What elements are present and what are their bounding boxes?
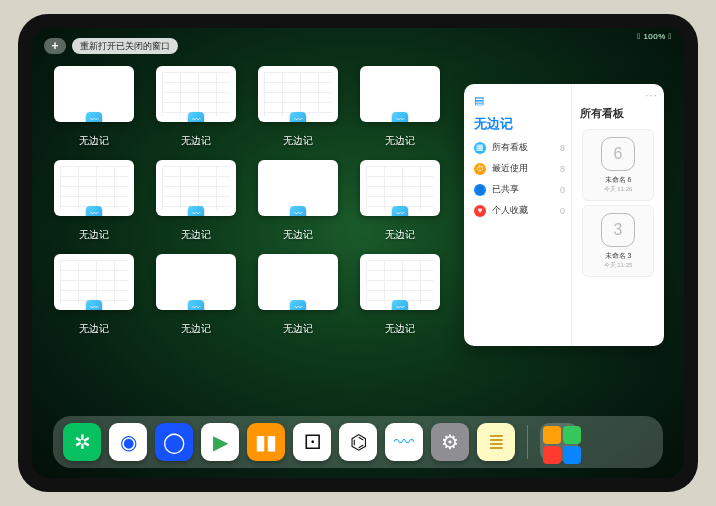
category-count: 0 xyxy=(560,206,565,216)
category-label: 已共享 xyxy=(492,183,519,196)
freeform-icon: 〰 xyxy=(290,112,306,122)
window-label: 无边记 xyxy=(283,134,313,148)
window-label: 无边记 xyxy=(181,228,211,242)
dock-app-wechat[interactable]: ✲ xyxy=(63,423,101,461)
dock-app-quark[interactable]: ◯ xyxy=(155,423,193,461)
window-preview: 〰 xyxy=(258,254,338,310)
window-label: 无边记 xyxy=(385,134,415,148)
category-label: 最近使用 xyxy=(492,162,528,175)
window-label: 无边记 xyxy=(181,322,211,336)
window-label: 无边记 xyxy=(283,228,313,242)
panel-left: ▤ 无边记 ▦所有看板8⏱最近使用8👤已共享0♥个人收藏0 xyxy=(464,84,572,346)
window-thumbnail[interactable]: 〰无边记 xyxy=(258,160,338,242)
window-thumbnail[interactable]: 〰无边记 xyxy=(54,254,134,336)
category-row[interactable]: 👤已共享0 xyxy=(474,183,565,196)
window-label: 无边记 xyxy=(283,322,313,336)
board-thumbnail[interactable]: 3未命名 3今天 11:25 xyxy=(582,205,654,277)
dock-separator xyxy=(527,425,528,459)
board-time: 今天 11:26 xyxy=(604,185,633,194)
reopen-closed-window-button[interactable]: 重新打开已关闭的窗口 xyxy=(72,38,178,54)
category-row[interactable]: ▦所有看板8 xyxy=(474,141,565,154)
window-preview: 〰 xyxy=(258,160,338,216)
panel-right-title: 所有看板 xyxy=(580,106,656,121)
top-bar: + 重新打开已关闭的窗口 xyxy=(44,38,178,54)
category-count: 8 xyxy=(560,164,565,174)
window-label: 无边记 xyxy=(79,322,109,336)
recent-app-icon xyxy=(563,426,581,444)
window-thumbnail[interactable]: 〰无边记 xyxy=(258,254,338,336)
window-thumbnail[interactable]: 〰无边记 xyxy=(156,254,236,336)
window-preview: 〰 xyxy=(54,66,134,122)
freeform-icon: 〰 xyxy=(86,112,102,122)
dock-app-quark-hd[interactable]: ◉ xyxy=(109,423,147,461)
window-label: 无边记 xyxy=(79,228,109,242)
freeform-icon: 〰 xyxy=(188,112,204,122)
window-thumbnail[interactable]: 〰无边记 xyxy=(156,66,236,148)
panel-right: ··· 所有看板 6未命名 6今天 11:263未命名 3今天 11:25 xyxy=(572,84,664,346)
category-label: 所有看板 xyxy=(492,141,528,154)
window-label: 无边记 xyxy=(385,322,415,336)
dock-app-notes[interactable]: ≣ xyxy=(477,423,515,461)
freeform-icon: 〰 xyxy=(86,300,102,310)
window-preview: 〰 xyxy=(54,160,134,216)
category-icon: ⏱ xyxy=(474,163,486,175)
category-count: 8 xyxy=(560,143,565,153)
window-thumbnail[interactable]: 〰无边记 xyxy=(258,66,338,148)
freeform-icon: 〰 xyxy=(392,206,408,216)
board-sketch: 3 xyxy=(601,213,635,247)
window-preview: 〰 xyxy=(360,66,440,122)
freeform-icon: 〰 xyxy=(392,300,408,310)
category-icon: ♥ xyxy=(474,205,486,217)
board-sketch: 6 xyxy=(601,137,635,171)
category-row[interactable]: ⏱最近使用8 xyxy=(474,162,565,175)
add-window-button[interactable]: + xyxy=(44,38,66,54)
dock-app-settings[interactable]: ⚙ xyxy=(431,423,469,461)
window-thumbnail[interactable]: 〰无边记 xyxy=(360,254,440,336)
ipad-frame: 􀙇 100% 􀛨 + 重新打开已关闭的窗口 〰无边记〰无边记〰无边记〰无边记〰无… xyxy=(18,14,698,492)
dock: ✲◉◯▶▮▮⚀⌬〰⚙≣ xyxy=(53,416,663,468)
dock-app-nodes[interactable]: ⌬ xyxy=(339,423,377,461)
board-name: 未命名 3 xyxy=(605,251,632,261)
window-label: 无边记 xyxy=(181,134,211,148)
dock-app-books[interactable]: ▮▮ xyxy=(247,423,285,461)
more-icon[interactable]: ··· xyxy=(645,88,658,102)
window-thumbnail[interactable]: 〰无边记 xyxy=(54,160,134,242)
recent-app-icon xyxy=(543,426,561,444)
window-thumbnail[interactable]: 〰无边记 xyxy=(360,66,440,148)
category-icon: 👤 xyxy=(474,184,486,196)
window-thumbnail[interactable]: 〰无边记 xyxy=(360,160,440,242)
window-preview: 〰 xyxy=(54,254,134,310)
window-thumbnail[interactable]: 〰无边记 xyxy=(54,66,134,148)
board-thumbnail[interactable]: 6未命名 6今天 11:26 xyxy=(582,129,654,201)
window-preview: 〰 xyxy=(156,160,236,216)
freeform-icon: 〰 xyxy=(188,300,204,310)
window-preview: 〰 xyxy=(360,254,440,310)
panel-app-title: 无边记 xyxy=(474,115,565,133)
freeform-sidebar-panel[interactable]: ▤ 无边记 ▦所有看板8⏱最近使用8👤已共享0♥个人收藏0 ··· 所有看板 6… xyxy=(464,84,664,346)
window-grid: 〰无边记〰无边记〰无边记〰无边记〰无边记〰无边记〰无边记〰无边记〰无边记〰无边记… xyxy=(54,66,454,336)
board-name: 未命名 6 xyxy=(605,175,632,185)
freeform-icon: 〰 xyxy=(86,206,102,216)
category-count: 0 xyxy=(560,185,565,195)
category-icon: ▦ xyxy=(474,142,486,154)
freeform-icon: 〰 xyxy=(290,206,306,216)
window-preview: 〰 xyxy=(156,66,236,122)
dock-app-freeform[interactable]: 〰 xyxy=(385,423,423,461)
dock-app-library[interactable] xyxy=(540,423,578,461)
dock-recents-group[interactable] xyxy=(540,423,578,461)
window-preview: 〰 xyxy=(360,160,440,216)
window-label: 无边记 xyxy=(79,134,109,148)
recent-app-icon xyxy=(543,446,561,464)
sidebar-toggle-icon[interactable]: ▤ xyxy=(474,94,565,107)
window-preview: 〰 xyxy=(156,254,236,310)
dock-app-play[interactable]: ▶ xyxy=(201,423,239,461)
category-label: 个人收藏 xyxy=(492,204,528,217)
freeform-icon: 〰 xyxy=(290,300,306,310)
board-time: 今天 11:25 xyxy=(604,261,633,270)
window-label: 无边记 xyxy=(385,228,415,242)
window-thumbnail[interactable]: 〰无边记 xyxy=(156,160,236,242)
dock-app-dice[interactable]: ⚀ xyxy=(293,423,331,461)
screen: 􀙇 100% 􀛨 + 重新打开已关闭的窗口 〰无边记〰无边记〰无边记〰无边记〰无… xyxy=(32,28,684,478)
category-row[interactable]: ♥个人收藏0 xyxy=(474,204,565,217)
freeform-icon: 〰 xyxy=(392,112,408,122)
